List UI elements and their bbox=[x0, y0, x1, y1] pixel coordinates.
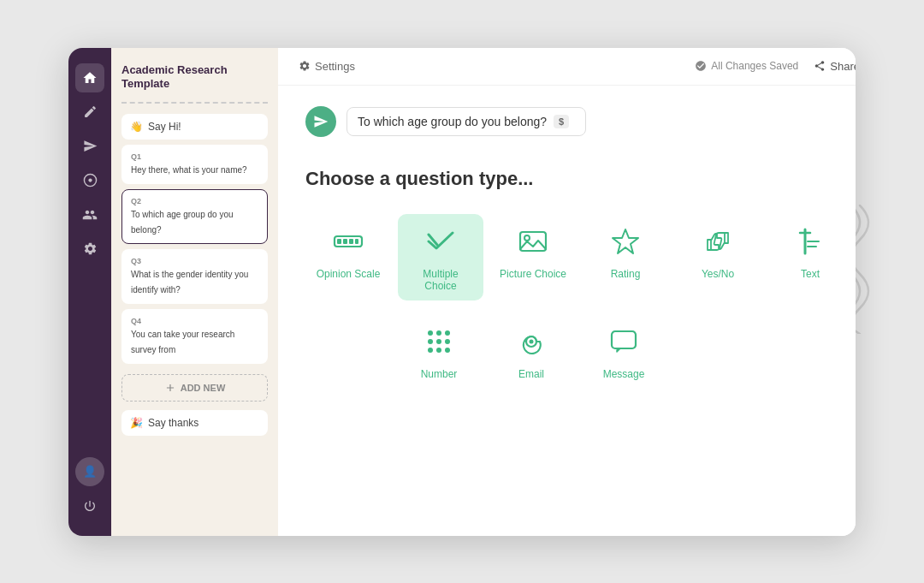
all-changes-saved: All Changes Saved bbox=[695, 60, 798, 72]
question-area: To which age group do you belong? $ bbox=[278, 86, 856, 151]
svg-point-1 bbox=[88, 178, 92, 181]
say-thanks-emoji: 🎉 bbox=[130, 417, 143, 429]
qtype-email[interactable]: Email bbox=[489, 314, 574, 389]
svg-point-23 bbox=[445, 348, 450, 353]
svg-rect-8 bbox=[520, 232, 546, 251]
say-hi-item[interactable]: 👋 Say Hi! bbox=[121, 114, 268, 140]
svg-point-22 bbox=[436, 348, 441, 353]
svg-point-9 bbox=[524, 235, 530, 241]
message-icon bbox=[608, 326, 639, 361]
picture-choice-icon bbox=[518, 226, 548, 261]
svg-rect-6 bbox=[355, 239, 358, 244]
rating-icon bbox=[610, 226, 641, 261]
qtype-text[interactable]: Text bbox=[767, 214, 853, 289]
top-bar: Settings All Changes Saved Share bbox=[278, 48, 856, 86]
question-id-q4: Q4 bbox=[131, 317, 258, 325]
svg-rect-5 bbox=[349, 239, 353, 244]
choose-section: Choose a question type... bbox=[278, 151, 856, 406]
svg-point-25 bbox=[530, 339, 534, 343]
question-id-q1: Q1 bbox=[131, 152, 258, 161]
multiple-choice-label: Multiple Choice bbox=[406, 268, 475, 292]
question-text-box: To which age group do you belong? $ bbox=[346, 107, 586, 136]
question-display: To which age group do you belong? $ bbox=[305, 106, 853, 137]
qtype-number[interactable]: Number bbox=[396, 314, 482, 389]
svg-point-16 bbox=[436, 330, 441, 336]
svg-point-18 bbox=[428, 339, 433, 344]
rating-label: Rating bbox=[611, 268, 641, 280]
question-item-q4[interactable]: Q4 You can take your research survey fro… bbox=[121, 309, 268, 364]
sidebar-edit-icon[interactable] bbox=[75, 98, 104, 127]
sidebar-send-icon[interactable] bbox=[75, 132, 104, 161]
question-item-q3[interactable]: Q3 What is the gender identity you ident… bbox=[121, 249, 268, 304]
number-label: Number bbox=[421, 368, 458, 380]
sidebar-settings-icon[interactable] bbox=[75, 235, 104, 264]
qtype-yes-no[interactable]: Yes/No bbox=[675, 214, 761, 289]
yes-no-icon bbox=[702, 226, 733, 261]
say-thanks-label: Say thanks bbox=[148, 417, 198, 429]
email-icon bbox=[516, 326, 547, 361]
message-label: Message bbox=[603, 368, 645, 380]
sidebar-power-icon[interactable] bbox=[75, 491, 104, 521]
svg-rect-3 bbox=[337, 239, 341, 244]
picture-choice-label: Picture Choice bbox=[500, 268, 566, 280]
template-title: Academic Research Template bbox=[121, 63, 268, 92]
dollar-badge: $ bbox=[554, 115, 569, 128]
sidebar-home-icon[interactable] bbox=[75, 63, 104, 92]
question-text-q1: Hey there, what is your name? bbox=[131, 165, 247, 175]
svg-rect-4 bbox=[343, 239, 347, 244]
qtype-multiple-choice[interactable]: Multiple Choice bbox=[398, 214, 483, 300]
settings-label: Settings bbox=[315, 60, 355, 73]
yes-no-label: Yes/No bbox=[702, 268, 734, 280]
say-hi-emoji: 👋 bbox=[130, 121, 143, 133]
settings-button[interactable]: Settings bbox=[299, 60, 355, 73]
sidebar-avatar-icon[interactable]: 👤 bbox=[75, 457, 104, 486]
sidebar-icons: 👤 bbox=[68, 48, 111, 536]
question-text-q4: You can take your research survey from bbox=[131, 330, 234, 354]
svg-marker-10 bbox=[613, 229, 638, 253]
number-icon bbox=[424, 326, 454, 361]
question-item-q1[interactable]: Q1 Hey there, what is your name? bbox=[121, 145, 268, 184]
qtype-rating[interactable]: Rating bbox=[583, 214, 668, 289]
text-icon bbox=[795, 226, 826, 261]
top-bar-right: All Changes Saved Share bbox=[695, 60, 856, 73]
svg-point-19 bbox=[436, 339, 441, 344]
qtype-picture-choice[interactable]: Picture Choice bbox=[490, 214, 576, 289]
main-area: Settings All Changes Saved Share bbox=[278, 48, 856, 536]
svg-point-20 bbox=[445, 339, 450, 344]
question-types-row-2: Number Email bbox=[305, 314, 853, 389]
question-text-q2: To which age group do you belong? bbox=[131, 210, 234, 235]
share-label: Share bbox=[830, 60, 856, 73]
opinion-scale-label: Opinion Scale bbox=[317, 268, 381, 280]
question-id-q2: Q2 bbox=[131, 197, 258, 205]
question-icon bbox=[305, 106, 336, 137]
multiple-choice-icon bbox=[425, 226, 456, 261]
add-new-label: ADD NEW bbox=[181, 383, 226, 393]
question-text-q3: What is the gender identity you identify… bbox=[131, 270, 248, 294]
qtype-message[interactable]: Message bbox=[581, 314, 666, 389]
svg-rect-26 bbox=[612, 331, 636, 348]
opinion-scale-icon bbox=[333, 226, 364, 261]
say-hi-label: Say Hi! bbox=[148, 121, 181, 133]
question-item-q2[interactable]: Q2 To which age group do you belong? bbox=[121, 189, 268, 244]
share-button[interactable]: Share bbox=[814, 60, 856, 73]
app-window: 👤 Academic Research Template 👋 Say Hi! Q… bbox=[68, 48, 856, 536]
sidebar-people-icon[interactable] bbox=[75, 200, 104, 229]
question-id-q3: Q3 bbox=[131, 257, 258, 265]
svg-point-21 bbox=[428, 348, 433, 353]
say-thanks-item[interactable]: 🎉 Say thanks bbox=[121, 410, 268, 436]
svg-point-15 bbox=[428, 330, 433, 336]
question-types-grid: Opinion Scale Multiple Choice bbox=[305, 214, 853, 389]
text-label: Text bbox=[801, 268, 820, 280]
question-types-row-1: Opinion Scale Multiple Choice bbox=[305, 214, 853, 300]
add-new-button[interactable]: ADD NEW bbox=[121, 374, 268, 402]
all-changes-saved-label: All Changes Saved bbox=[711, 60, 798, 72]
choose-title: Choose a question type... bbox=[305, 168, 853, 190]
qtype-opinion-scale[interactable]: Opinion Scale bbox=[305, 214, 391, 289]
left-panel: Academic Research Template 👋 Say Hi! Q1 … bbox=[111, 48, 278, 536]
email-label: Email bbox=[518, 368, 544, 380]
question-text: To which age group do you belong? bbox=[358, 115, 547, 128]
svg-point-17 bbox=[445, 330, 450, 336]
sidebar-chart-icon[interactable] bbox=[75, 166, 104, 195]
